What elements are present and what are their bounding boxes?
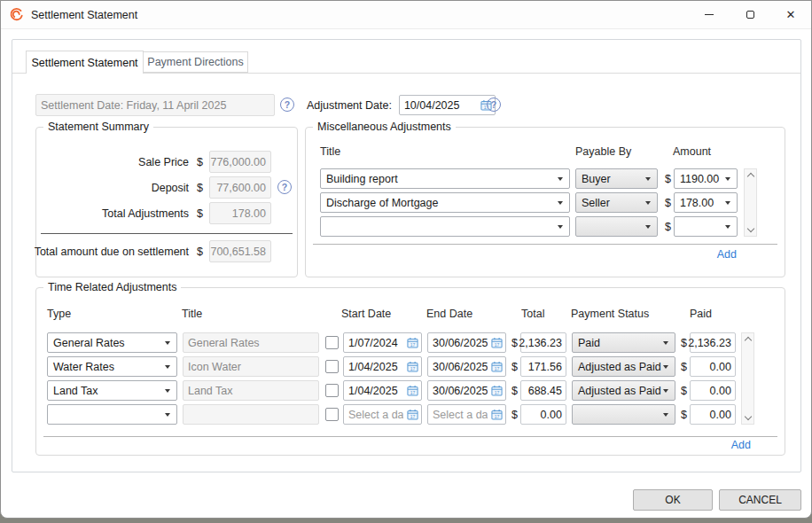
chevron-down-icon xyxy=(558,225,563,229)
paid-field[interactable]: 0.00 xyxy=(690,356,736,377)
start-date-value: 1/04/2025 xyxy=(348,385,403,397)
payment-status-combobox[interactable]: Adjusted as Paid xyxy=(572,356,675,377)
payable-by-combobox[interactable] xyxy=(575,216,658,237)
payment-status-combobox[interactable]: Paid xyxy=(572,332,675,353)
sale-price-label: Sale Price xyxy=(138,156,189,168)
chevron-down-icon xyxy=(725,177,730,181)
total-field[interactable]: 688.45 xyxy=(520,380,566,401)
total-field[interactable]: 171.56 xyxy=(520,356,566,377)
start-date-input[interactable]: Select a date xyxy=(343,404,422,425)
window-title: Settlement Statement xyxy=(31,9,137,21)
time-scrollbar[interactable] xyxy=(741,332,754,425)
time-add-link[interactable]: Add xyxy=(731,439,751,451)
start-date-value: 1/07/2024 xyxy=(348,337,403,349)
calendar-icon[interactable] xyxy=(407,385,418,396)
total-field[interactable]: 2,136.23 xyxy=(520,332,566,353)
end-date-input[interactable]: 30/06/2025 xyxy=(427,356,506,377)
misc-amount-combobox[interactable] xyxy=(674,216,738,237)
deposit-help-icon[interactable]: ? xyxy=(277,180,292,194)
misc-title-combobox[interactable]: Building report xyxy=(320,168,570,189)
close-button[interactable]: ✕ xyxy=(770,1,811,28)
calendar-icon[interactable] xyxy=(491,409,503,420)
calendar-icon[interactable] xyxy=(407,337,418,348)
calendar-icon[interactable] xyxy=(491,337,503,348)
paid-field[interactable]: 2,136.23 xyxy=(690,332,736,353)
total-due-label: Total amount due on settlement xyxy=(35,246,189,258)
type-value: General Rates xyxy=(53,337,125,349)
settlement-date-help-icon[interactable]: ? xyxy=(280,98,294,112)
payable-by-combobox[interactable]: Buyer xyxy=(575,168,658,189)
misc-title-value: Building report xyxy=(326,173,398,185)
misc-amount-combobox[interactable]: 178.00 xyxy=(674,192,738,213)
time-adjustments-title: Time Related Adjustments xyxy=(43,281,181,293)
maximize-button[interactable] xyxy=(730,1,770,28)
scroll-up-icon[interactable] xyxy=(744,337,751,344)
statement-summary-group: Statement Summary Sale Price $ 776,000.0… xyxy=(35,127,298,277)
title-bar: Settlement Statement ✕ xyxy=(1,1,811,29)
end-date-input[interactable]: Select a date xyxy=(427,404,506,425)
misc-add-link[interactable]: Add xyxy=(717,248,737,261)
dialog-content-panel: Settlement Statement Payment Directions … xyxy=(12,39,801,472)
time-start-header: Start Date xyxy=(341,308,391,320)
start-date-input[interactable]: 1/07/2024 xyxy=(343,332,422,353)
misc-row: $ xyxy=(320,216,738,237)
misc-row: Building report Buyer $ 1190.00 xyxy=(320,168,738,189)
time-row: General Rates General Rates 1/07/2024 30… xyxy=(47,332,736,353)
paid-checkbox[interactable] xyxy=(325,336,339,349)
end-date-input[interactable]: 30/06/2025 xyxy=(427,332,506,353)
scroll-up-icon[interactable] xyxy=(746,173,753,180)
time-divider xyxy=(43,436,777,437)
cancel-button[interactable]: CANCEL xyxy=(719,489,801,511)
total-adjustments-label: Total Adjustments xyxy=(102,207,189,220)
adjustment-date-help-icon[interactable]: ? xyxy=(487,98,501,112)
misc-title-combobox[interactable]: Discharge of Mortgage xyxy=(320,192,570,213)
paid-checkbox[interactable] xyxy=(325,408,339,421)
calendar-icon[interactable] xyxy=(407,409,418,420)
start-date-input[interactable]: 1/04/2025 xyxy=(343,356,422,377)
type-combobox[interactable]: Land Tax xyxy=(47,380,177,401)
payment-status-combobox[interactable] xyxy=(572,404,675,425)
scroll-down-icon[interactable] xyxy=(746,225,753,232)
adjustment-date-input[interactable]: 10/04/2025 xyxy=(399,95,496,115)
sale-price-row: Sale Price $ 776,000.00 xyxy=(138,151,271,173)
currency-symbol: $ xyxy=(197,156,203,168)
tab-settlement-statement[interactable]: Settlement Statement xyxy=(26,51,144,74)
type-value: Water Rates xyxy=(53,361,114,373)
misc-amount-combobox[interactable]: 1190.00 xyxy=(674,168,738,189)
misc-row: Discharge of Mortgage Seller $ 178.00 xyxy=(320,192,738,213)
calendar-icon[interactable] xyxy=(407,361,418,372)
caption-buttons: ✕ xyxy=(689,1,811,28)
payment-status-combobox[interactable]: Adjusted as Paid xyxy=(572,380,675,401)
end-date-input[interactable]: 30/06/2025 xyxy=(427,380,506,401)
tab-payment-directions[interactable]: Payment Directions xyxy=(143,51,248,73)
scroll-down-icon[interactable] xyxy=(744,413,751,420)
paid-checkbox[interactable] xyxy=(325,360,339,373)
minimize-button[interactable] xyxy=(689,1,730,28)
time-paid-header: Paid xyxy=(690,308,712,320)
calendar-icon[interactable] xyxy=(491,361,503,372)
ok-button[interactable]: OK xyxy=(633,489,713,511)
chevron-down-icon xyxy=(725,201,730,205)
time-type-header: Type xyxy=(47,308,71,320)
paid-field[interactable]: 0.00 xyxy=(690,380,736,401)
misc-title-combobox[interactable] xyxy=(320,216,570,237)
end-date-value: Select a date xyxy=(433,409,488,421)
calendar-icon[interactable] xyxy=(491,385,503,396)
type-combobox[interactable]: General Rates xyxy=(47,332,177,353)
app-logo-icon xyxy=(9,7,24,22)
close-icon: ✕ xyxy=(786,9,796,20)
total-field[interactable]: 0.00 xyxy=(520,404,566,425)
time-status-header: Payment Status xyxy=(571,308,649,320)
paid-field[interactable]: 0.00 xyxy=(690,404,736,425)
paid-checkbox[interactable] xyxy=(325,384,339,397)
payable-by-combobox[interactable]: Seller xyxy=(575,192,658,213)
currency-symbol: $ xyxy=(681,361,687,373)
type-combobox[interactable] xyxy=(47,404,177,425)
end-date-value: 30/06/2025 xyxy=(433,337,488,349)
start-date-input[interactable]: 1/04/2025 xyxy=(343,380,422,401)
deposit-value: 77,600.00 xyxy=(209,176,271,199)
misc-scrollbar[interactable] xyxy=(744,168,757,237)
type-combobox[interactable]: Water Rates xyxy=(47,356,177,377)
chevron-down-icon xyxy=(663,389,668,393)
time-adjustments-group: Time Related Adjustments Type Title Star… xyxy=(35,287,785,456)
